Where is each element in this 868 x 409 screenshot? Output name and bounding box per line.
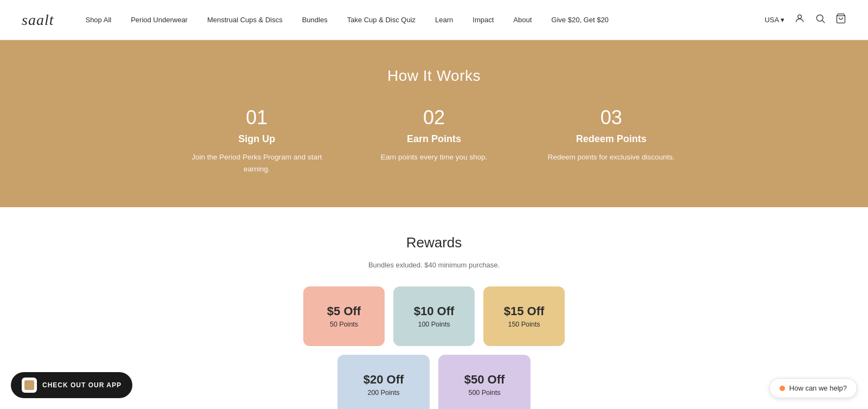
reward-card-15off[interactable]: $15 Off 150 Points: [483, 286, 565, 346]
reward-card-20off[interactable]: $20 Off 200 Points: [337, 355, 430, 409]
step-1-number: 01: [190, 106, 324, 129]
cart-icon[interactable]: [835, 13, 846, 27]
nav-impact[interactable]: Impact: [463, 16, 503, 24]
rewards-row-top: $5 Off 50 Points $10 Off 100 Points $15 …: [22, 286, 846, 346]
reward-card-10off[interactable]: $10 Off 100 Points: [393, 286, 475, 346]
nav-links: Shop All Period Underwear Menstrual Cups…: [75, 16, 764, 24]
app-icon-inner: [24, 380, 34, 390]
app-bottom-bar[interactable]: CHECK OUT OUR APP: [11, 372, 132, 398]
reward-10off-points: 100 Points: [418, 321, 450, 328]
reward-card-50off[interactable]: $50 Off 500 Points: [438, 355, 531, 409]
logo[interactable]: saalt: [22, 11, 54, 29]
step-2-desc: Earn points every time you shop.: [367, 151, 501, 163]
step-3-title: Redeem Points: [544, 133, 678, 145]
reward-15off-points: 150 Points: [508, 321, 540, 328]
app-icon: [22, 378, 37, 393]
step-2: 02 Earn Points Earn points every time yo…: [367, 106, 501, 175]
rewards-subtitle: Bundles exluded. $40 minimum purchase.: [22, 261, 846, 269]
step-3-desc: Redeem points for exclusive discounts.: [544, 151, 678, 163]
step-1: 01 Sign Up Join the Period Perks Program…: [190, 106, 324, 175]
step-3: 03 Redeem Points Redeem points for exclu…: [544, 106, 678, 175]
reward-card-5off[interactable]: $5 Off 50 Points: [303, 286, 385, 346]
reward-50off-points: 500 Points: [468, 389, 500, 397]
nav-learn[interactable]: Learn: [425, 16, 463, 24]
nav-period-underwear[interactable]: Period Underwear: [121, 16, 197, 24]
step-3-number: 03: [544, 106, 678, 129]
nav-right: USA ▾: [764, 13, 846, 27]
svg-line-2: [822, 21, 825, 23]
how-it-works-title: How It Works: [22, 67, 846, 85]
nav-shop-all[interactable]: Shop All: [75, 16, 121, 24]
reward-20off-amount: $20 Off: [363, 373, 404, 387]
locale-selector[interactable]: USA ▾: [764, 16, 784, 24]
chat-label: How can we help?: [789, 384, 847, 392]
step-2-number: 02: [367, 106, 501, 129]
rewards-title: Rewards: [22, 234, 846, 251]
rewards-row-bottom: $20 Off 200 Points $50 Off 500 Points: [22, 355, 846, 409]
reward-15off-amount: $15 Off: [504, 304, 545, 318]
step-1-desc: Join the Period Perks Program and start …: [190, 151, 324, 175]
nav-give-get[interactable]: Give $20, Get $20: [541, 16, 618, 24]
reward-5off-points: 50 Points: [330, 321, 358, 328]
steps-grid: 01 Sign Up Join the Period Perks Program…: [190, 106, 678, 175]
account-icon[interactable]: [794, 13, 805, 27]
reward-5off-amount: $5 Off: [327, 304, 361, 318]
chat-widget[interactable]: How can we help?: [769, 378, 857, 398]
step-2-title: Earn Points: [367, 133, 501, 145]
search-icon[interactable]: [815, 13, 826, 27]
step-1-title: Sign Up: [190, 133, 324, 145]
reward-20off-points: 200 Points: [367, 389, 399, 397]
nav-quiz[interactable]: Take Cup & Disc Quiz: [337, 16, 425, 24]
reward-50off-amount: $50 Off: [464, 373, 505, 387]
nav-menstrual-cups[interactable]: Menstrual Cups & Discs: [197, 16, 292, 24]
nav-bundles[interactable]: Bundles: [292, 16, 337, 24]
reward-10off-amount: $10 Off: [414, 304, 455, 318]
nav-about[interactable]: About: [503, 16, 541, 24]
svg-point-1: [816, 15, 823, 21]
how-it-works-section: How It Works 01 Sign Up Join the Period …: [0, 40, 868, 207]
navbar: saalt Shop All Period Underwear Menstrua…: [0, 0, 868, 40]
chat-dot-icon: [780, 386, 785, 391]
app-bar-label: CHECK OUT OUR APP: [42, 381, 122, 389]
svg-point-0: [798, 15, 802, 18]
